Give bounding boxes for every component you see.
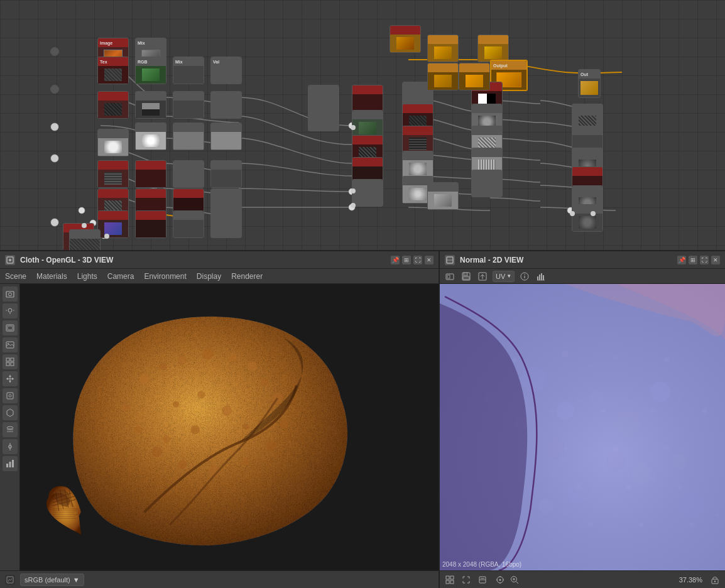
svg-point-63 xyxy=(190,425,199,434)
port-node-1[interactable] xyxy=(50,47,59,56)
node-14[interactable] xyxy=(210,122,242,150)
grid-view-icon[interactable] xyxy=(444,574,456,586)
viewport-2d[interactable]: 2048 x 2048 (RGBA, 16bpo) xyxy=(440,284,725,570)
zoom-plus-icon[interactable] xyxy=(508,574,521,586)
tool-hexagon[interactable] xyxy=(3,405,18,420)
node-17[interactable] xyxy=(173,160,204,188)
tool-snap[interactable] xyxy=(3,439,18,454)
right-close-button[interactable]: ✕ xyxy=(711,256,720,264)
lock-icon[interactable] xyxy=(709,574,721,586)
view-icon-1[interactable] xyxy=(444,270,456,283)
tool-render-cam[interactable] xyxy=(3,320,18,335)
node-15[interactable] xyxy=(97,160,129,188)
svg-rect-94 xyxy=(543,275,544,280)
left-panel-buttons: 📌 ⊞ ⛶ ✕ xyxy=(391,256,433,264)
node-far-right[interactable]: Out xyxy=(578,69,601,98)
display-mode-icon[interactable] xyxy=(476,574,489,586)
node-18[interactable] xyxy=(210,160,242,188)
node-top-r1[interactable] xyxy=(427,63,459,90)
tool-move[interactable] xyxy=(3,371,18,386)
node-27[interactable] xyxy=(210,210,242,238)
export-icon[interactable] xyxy=(476,270,489,283)
tile-button[interactable]: ⊞ xyxy=(402,256,411,264)
close-button[interactable]: ✕ xyxy=(425,256,433,264)
node-28[interactable] xyxy=(69,229,101,251)
svg-point-49 xyxy=(261,378,268,386)
svg-point-101 xyxy=(589,390,604,405)
tool-image[interactable] xyxy=(3,337,18,352)
save-icon[interactable] xyxy=(460,270,472,283)
node-r1[interactable] xyxy=(390,25,421,53)
menu-environment[interactable]: Environment xyxy=(144,272,186,281)
node-mid-low[interactable] xyxy=(427,182,459,210)
node-m7[interactable] xyxy=(352,179,383,207)
histogram-icon[interactable] xyxy=(535,270,547,283)
pin-button[interactable]: 📌 xyxy=(391,256,400,264)
svg-point-59 xyxy=(173,401,179,408)
port-node-5[interactable] xyxy=(50,218,59,227)
node-11[interactable] xyxy=(97,129,129,156)
resolution-badge: 2048 x 2048 (RGBA, 16bpo) xyxy=(442,561,521,568)
svg-point-122 xyxy=(550,408,555,413)
menu-scene[interactable]: Scene xyxy=(5,272,26,281)
svg-rect-85 xyxy=(463,276,469,280)
menu-renderer[interactable]: Renderer xyxy=(231,272,263,281)
node-25[interactable] xyxy=(135,210,166,238)
node-12[interactable] xyxy=(135,122,166,150)
svg-point-43 xyxy=(139,374,150,384)
tool-light[interactable] xyxy=(3,303,18,318)
node-mr3[interactable] xyxy=(402,126,433,153)
node-rs6[interactable] xyxy=(572,204,603,232)
node-top-r2[interactable] xyxy=(459,63,490,90)
node-4[interactable]: RGB xyxy=(135,57,166,84)
svg-point-57 xyxy=(134,426,142,433)
colorspace-selector[interactable]: sRGB (default) ▼ xyxy=(20,574,84,586)
tool-grid[interactable] xyxy=(3,354,18,369)
port-node-2[interactable] xyxy=(50,85,59,94)
node-editor[interactable]: Image Mix Tex RGB Mix Val xyxy=(0,0,725,251)
node-5[interactable]: Mix xyxy=(173,57,204,84)
tool-layers[interactable] xyxy=(3,422,18,437)
maximize-button[interactable]: ⛶ xyxy=(413,256,422,264)
tool-rotate[interactable] xyxy=(3,388,18,403)
right-maximize-button[interactable]: ⛶ xyxy=(700,256,709,264)
node-7[interactable] xyxy=(97,91,129,119)
uv-selector[interactable]: UV ▼ xyxy=(493,271,515,282)
node-8[interactable] xyxy=(135,91,166,119)
node-24[interactable] xyxy=(97,210,129,238)
node-3[interactable]: Tex xyxy=(97,57,129,84)
node-m4[interactable] xyxy=(352,110,383,138)
right-tile-button[interactable]: ⊞ xyxy=(689,256,697,264)
menu-camera[interactable]: Camera xyxy=(107,272,134,281)
node-m2[interactable] xyxy=(308,104,339,131)
menu-lights[interactable]: Lights xyxy=(77,272,97,281)
tool-camera[interactable] xyxy=(3,286,18,302)
uv-label: UV xyxy=(496,273,505,280)
node-26[interactable] xyxy=(173,210,204,238)
node-r3[interactable] xyxy=(477,35,509,62)
port-node-4[interactable] xyxy=(50,154,59,163)
fit-icon[interactable] xyxy=(460,574,472,586)
port-node-3[interactable] xyxy=(50,122,59,131)
viewport-3d[interactable] xyxy=(20,284,439,570)
right-pin-button[interactable]: 📌 xyxy=(677,256,686,264)
info-icon[interactable] xyxy=(518,270,531,283)
normal-map-svg xyxy=(440,284,725,570)
zoom-settings-icon[interactable] xyxy=(494,574,506,586)
node-m3[interactable] xyxy=(352,85,383,112)
node-fmr5[interactable] xyxy=(471,170,503,197)
svg-rect-30 xyxy=(7,393,13,399)
node-r2[interactable] xyxy=(427,35,459,62)
node-16[interactable] xyxy=(135,160,166,188)
menu-display[interactable]: Display xyxy=(197,272,221,281)
svg-point-99 xyxy=(556,401,575,420)
svg-point-146 xyxy=(639,522,644,527)
svg-point-127 xyxy=(677,400,681,403)
menu-materials[interactable]: Materials xyxy=(36,272,67,281)
node-10[interactable] xyxy=(210,91,242,119)
node-9[interactable] xyxy=(173,91,204,119)
node-6[interactable]: Val xyxy=(210,57,242,84)
node-mr4[interactable] xyxy=(402,151,433,178)
node-13[interactable] xyxy=(173,122,204,150)
tool-stats[interactable] xyxy=(3,456,18,471)
